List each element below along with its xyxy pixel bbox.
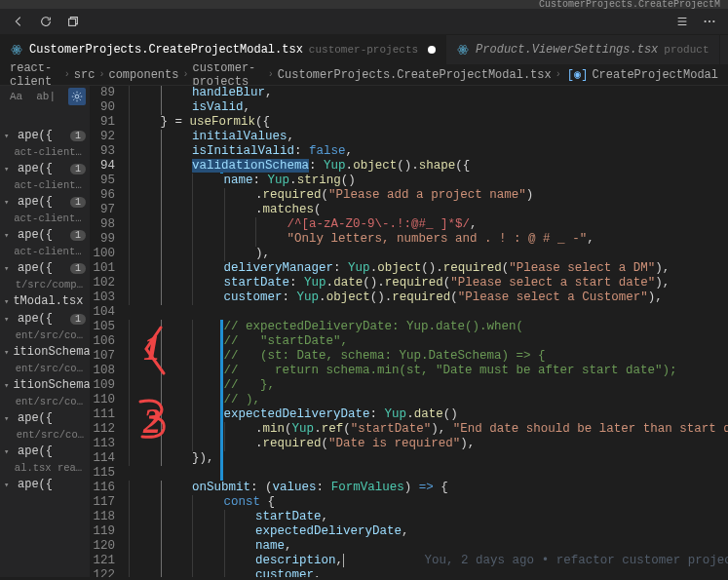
code-line[interactable]: 107 // (st: Date, schema: Yup.DateSchema…	[90, 349, 728, 364]
search-result-path[interactable]: act-client/src/...	[0, 144, 90, 160]
search-result-item[interactable]: ▾ape({1	[0, 127, 90, 144]
code-line[interactable]: 113 .required("Date is required"),	[90, 437, 728, 451]
search-result-item[interactable]: ▾ape({1	[0, 193, 90, 211]
result-count-badge: 1	[70, 131, 86, 141]
code-line[interactable]: 112 .min(Yup.ref("startDate"), "End date…	[90, 422, 728, 437]
code-line[interactable]: 116 onSubmit: (values: FormValues) => {	[90, 481, 728, 495]
result-count-badge: 1	[70, 164, 86, 174]
code-line[interactable]: 91 } = useFormik({	[90, 115, 728, 130]
search-result-item[interactable]: ▾ape({	[0, 476, 90, 493]
list-icon[interactable]	[673, 13, 691, 30]
line-number: 119	[90, 524, 129, 539]
breadcrumb-segment[interactable]: CustomerProjects.CreateProjectModal.tsx	[278, 68, 552, 82]
line-number: 100	[90, 247, 129, 261]
code-line[interactable]: 99 "Only letters, numbers and . ! : @ # …	[90, 232, 728, 247]
code-line[interactable]: 101 deliveryManager: Yup.object().requir…	[90, 261, 728, 276]
code-line[interactable]: 89 handleBlur,	[90, 86, 728, 100]
code-line[interactable]: 120 name,	[90, 539, 728, 554]
search-result-item[interactable]: ▾itionSchema,1	[0, 343, 90, 361]
code-line[interactable]: 96 .required("Please add a project name"…	[90, 188, 728, 203]
code-line[interactable]: 104	[90, 305, 728, 320]
search-result-item[interactable]: ▾ape({1	[0, 226, 90, 244]
line-number: 120	[90, 539, 129, 554]
code-line[interactable]: 97 .matches(	[90, 203, 728, 217]
line-number: 95	[90, 174, 129, 188]
code-line[interactable]: 98 /^[a-zA-Z0-9\-.!:@#_ ]*$/,	[90, 217, 728, 232]
search-result-item[interactable]: ▾ape({1	[0, 160, 90, 177]
code-content: // },	[129, 378, 728, 393]
code-line[interactable]: 109 // },	[90, 378, 728, 393]
search-result-path[interactable]: al.tsx react-c...	[0, 460, 90, 476]
breadcrumb-symbol[interactable]: CreateProjectModal	[592, 68, 718, 82]
code-content: expectedDeliveryDate: Yup.date()	[129, 407, 728, 422]
code-line[interactable]: 110 // ),	[90, 393, 728, 407]
tab-title: Product.ViewerSettings.tsx	[476, 43, 658, 57]
code-line[interactable]: 103 customer: Yup.object().required("Ple…	[90, 290, 728, 305]
breadcrumb[interactable]: react-client›src›components›customer-pro…	[0, 64, 728, 86]
breadcrumb-segment[interactable]: customer-projects	[192, 64, 263, 86]
search-result-path[interactable]: ent/src/co...	[0, 427, 90, 443]
editor-tab[interactable]: Product.ViewerSettings.tsxproduct	[446, 35, 719, 64]
code-line[interactable]: 117 const {	[90, 495, 728, 510]
result-label: ape({	[18, 129, 53, 142]
code-line[interactable]: 119 expectedDeliveryDate,	[90, 524, 728, 539]
search-result-path[interactable]: act-client/src/...	[0, 177, 90, 193]
code-line[interactable]: 95 name: Yup.string()	[90, 174, 728, 188]
chevron-right-icon: ›	[556, 69, 561, 80]
line-number: 108	[90, 364, 129, 378]
code-content: initialValues,	[129, 130, 728, 144]
code-content: "Only letters, numbers and . ! : @ # _ -…	[129, 232, 728, 247]
refresh-icon[interactable]	[37, 13, 55, 30]
code-content: .required("Please add a project name")	[129, 188, 728, 203]
code-content: .required("Date is required"),	[129, 437, 728, 451]
search-result-item[interactable]: ▾ape({	[0, 443, 90, 460]
code-line[interactable]: 111 expectedDeliveryDate: Yup.date()	[90, 407, 728, 422]
search-result-item[interactable]: ▾ape({1	[0, 259, 90, 277]
tab-subtitle: product	[664, 44, 709, 56]
code-line[interactable]: 115	[90, 466, 728, 481]
search-result-path[interactable]: act-client/src/s...	[0, 244, 90, 259]
search-settings-icon[interactable]	[68, 88, 86, 105]
code-editor[interactable]: 89 handleBlur,90 isValid,91 } = useFormi…	[90, 86, 728, 577]
match-case[interactable]: Aa	[6, 90, 26, 103]
code-line[interactable]: 100 ),	[90, 247, 728, 261]
line-number: 118	[90, 510, 129, 524]
result-label: ape({	[18, 162, 53, 175]
code-line[interactable]: 105 // expectedDeliveryDate: Yup.date().…	[90, 320, 728, 334]
result-count-badge: 1	[70, 314, 86, 325]
code-line[interactable]: 122 customer,	[90, 568, 728, 577]
search-result-item[interactable]: ▾ape({	[0, 409, 90, 427]
result-count-badge: 1	[70, 230, 86, 241]
search-result-path[interactable]: t/src/compon...	[0, 277, 90, 292]
search-result-path[interactable]: act-client/src/s...	[0, 211, 90, 226]
line-number: 116	[90, 481, 129, 495]
breadcrumb-segment[interactable]: src	[74, 68, 96, 82]
breadcrumb-segment[interactable]: components	[108, 68, 178, 82]
line-number: 111	[90, 407, 129, 422]
breadcrumb-segment[interactable]: react-client	[10, 64, 60, 86]
kebab-icon[interactable]	[701, 13, 718, 30]
code-line[interactable]: 93 isInitialValid: false,	[90, 144, 728, 159]
code-line[interactable]: 90 isValid,	[90, 100, 728, 115]
code-line[interactable]: 92 initialValues,	[90, 130, 728, 144]
go-back-icon[interactable]	[10, 13, 27, 30]
search-results-outline: ▾ape({1act-client/src/...▾ape({1act-clie…	[0, 127, 90, 493]
code-line[interactable]: 121 description, You, 2 days ago • refac…	[90, 554, 728, 568]
search-result-item[interactable]: ▾itionSchema,1	[0, 376, 90, 394]
code-line[interactable]: 114 }),	[90, 451, 728, 466]
code-line[interactable]: 108 // return schema.min(st, "Date must …	[90, 364, 728, 378]
code-line[interactable]: 102 startDate: Yup.date().required("Plea…	[90, 276, 728, 290]
search-result-path[interactable]: ent/src/comp...	[0, 394, 90, 409]
code-content: validationSchema: Yup.object().shape({	[129, 159, 728, 174]
search-result-path[interactable]: ent/src/comp...	[0, 328, 90, 343]
search-result-item[interactable]: ▾tModal.tsx r...1	[0, 292, 90, 310]
match-word[interactable]: ab|	[32, 90, 59, 103]
files-icon[interactable]	[64, 13, 82, 30]
search-result-item[interactable]: ▾ape({1	[0, 310, 90, 328]
search-result-path[interactable]: ent/src/comp...	[0, 361, 90, 376]
editor-tab[interactable]: CustomerPr	[720, 35, 728, 64]
code-line[interactable]: 118 startDate,	[90, 510, 728, 524]
code-line[interactable]: 94 validationSchema: Yup.object().shape(…	[90, 159, 728, 174]
editor-tab[interactable]: CustomerProjects.CreateProjectModal.tsxc…	[0, 35, 446, 64]
code-line[interactable]: 106 // "startDate",	[90, 334, 728, 349]
